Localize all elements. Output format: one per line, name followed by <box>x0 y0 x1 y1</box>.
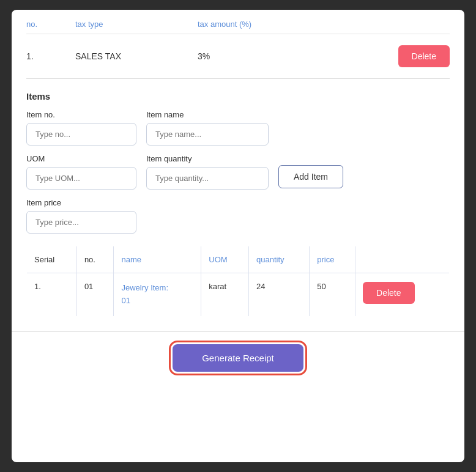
footer-section: Generate Receipt <box>12 331 464 389</box>
item-no-input[interactable] <box>26 123 136 146</box>
item-name-label: Item name <box>146 110 269 119</box>
tax-col-type-header: tax type <box>75 20 198 29</box>
row-name: Jewelry Item: 01 <box>114 273 201 317</box>
th-action <box>355 246 450 273</box>
tax-row-no: 1. <box>26 51 75 61</box>
row-serial: 1. <box>27 273 77 317</box>
tax-row: 1. SALES TAX 3% Delete <box>26 34 450 79</box>
uom-input[interactable] <box>26 167 136 190</box>
generate-receipt-button[interactable]: Generate Receipt <box>173 344 303 372</box>
th-no: no. <box>76 246 114 273</box>
form-row-1: Item no. Item name <box>26 110 450 146</box>
item-qty-input[interactable] <box>146 167 269 190</box>
item-delete-button[interactable]: Delete <box>363 282 414 304</box>
th-quantity: quantity <box>249 246 310 273</box>
items-table-wrap: Serial no. name UOM quantity price 1. 01… <box>26 246 450 317</box>
row-no: 01 <box>76 273 114 317</box>
tax-delete-button[interactable]: Delete <box>398 45 450 67</box>
item-price-group: Item price <box>26 198 136 234</box>
item-price-label: Item price <box>26 198 136 207</box>
row-quantity: 24 <box>249 273 310 317</box>
uom-label: UOM <box>26 154 136 163</box>
th-name: name <box>114 246 201 273</box>
form-row-2: UOM Item quantity Add Item <box>26 154 450 190</box>
item-qty-label: Item quantity <box>146 154 269 163</box>
uom-group: UOM <box>26 154 136 190</box>
tax-row-type: SALES TAX <box>75 51 198 61</box>
item-qty-group: Item quantity <box>146 154 269 190</box>
items-table-header-row: Serial no. name UOM quantity price <box>27 246 450 273</box>
add-item-button[interactable]: Add Item <box>278 165 343 188</box>
row-uom: karat <box>201 273 249 317</box>
items-section: Items Item no. Item name UOM Item quanti… <box>12 79 464 234</box>
th-price: price <box>310 246 355 273</box>
th-uom: UOM <box>201 246 249 273</box>
item-name-group: Item name <box>146 110 269 146</box>
table-row: 1. 01 Jewelry Item: 01 karat 24 50 Delet… <box>27 273 450 317</box>
row-name-line2: 01 <box>121 296 130 305</box>
th-serial: Serial <box>27 246 77 273</box>
item-no-group: Item no. <box>26 110 136 146</box>
row-action: Delete <box>355 273 450 317</box>
item-no-label: Item no. <box>26 110 136 119</box>
items-title: Items <box>26 91 450 101</box>
form-row-3: Item price <box>26 198 450 234</box>
tax-section: no. tax type tax amount (%) 1. SALES TAX… <box>12 10 464 79</box>
tax-row-amount: 3% <box>198 51 398 61</box>
item-price-input[interactable] <box>26 211 136 234</box>
row-name-line1: Jewelry Item: <box>121 283 168 292</box>
add-item-area: Add Item <box>278 165 343 190</box>
tax-col-no-header: no. <box>26 20 75 29</box>
row-price: 50 <box>310 273 355 317</box>
items-table: Serial no. name UOM quantity price 1. 01… <box>26 246 450 317</box>
main-card: no. tax type tax amount (%) 1. SALES TAX… <box>12 10 464 462</box>
tax-col-amount-header: tax amount (%) <box>198 20 450 29</box>
item-name-input[interactable] <box>146 123 269 146</box>
tax-header-row: no. tax type tax amount (%) <box>26 20 450 34</box>
